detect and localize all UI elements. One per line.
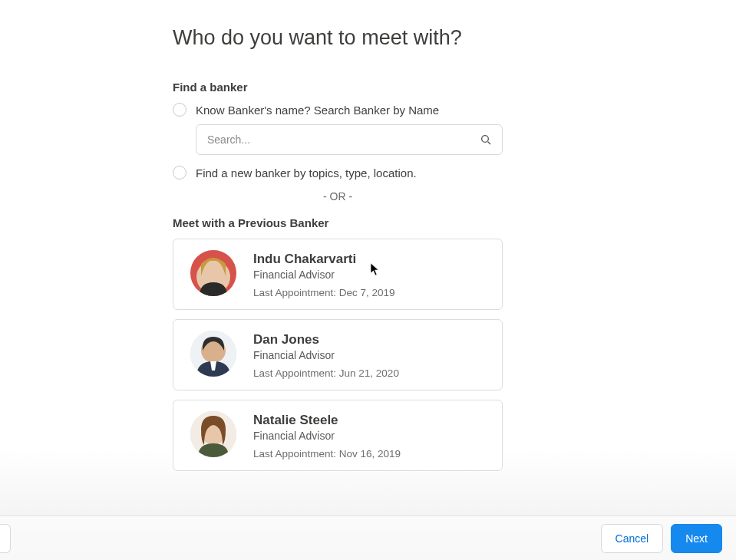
banker-title: Financial Advisor — [253, 430, 401, 442]
avatar — [190, 331, 236, 377]
banker-last-appointment: Last Appointment: Dec 7, 2019 — [253, 287, 395, 298]
avatar — [190, 250, 236, 296]
banker-last-appointment: Last Appointment: Jun 21, 2020 — [253, 367, 399, 379]
banker-title: Financial Advisor — [253, 268, 395, 281]
left-button-stub[interactable] — [0, 524, 11, 553]
banker-card[interactable]: Dan Jones Financial Advisor Last Appoint… — [173, 319, 503, 390]
radio-icon — [173, 166, 186, 180]
previous-banker-label: Meet with a Previous Banker — [173, 216, 736, 229]
radio-icon — [173, 103, 186, 117]
radio-search-by-name[interactable]: Know Banker's name? Search Banker by Nam… — [173, 103, 736, 117]
banker-name: Natalie Steele — [253, 413, 401, 428]
radio-find-new-banker-label: Find a new banker by topics, type, locat… — [196, 166, 417, 180]
search-input[interactable] — [196, 124, 503, 155]
avatar — [190, 411, 236, 457]
footer-bar: Cancel Next — [0, 516, 736, 560]
previous-banker-list: Indu Chakarvarti Financial Advisor Last … — [173, 239, 503, 471]
or-separator: - OR - — [173, 190, 503, 203]
banker-name: Indu Chakarvarti — [253, 252, 395, 267]
banker-last-appointment: Last Appointment: Nov 16, 2019 — [253, 448, 401, 460]
cancel-button[interactable]: Cancel — [601, 524, 664, 553]
radio-search-by-name-label: Know Banker's name? Search Banker by Nam… — [196, 104, 439, 117]
radio-find-new-banker[interactable]: Find a new banker by topics, type, locat… — [173, 166, 736, 180]
banker-card[interactable]: Natalie Steele Financial Advisor Last Ap… — [173, 400, 503, 471]
next-button[interactable]: Next — [671, 524, 722, 553]
page-title: Who do you want to meet with? — [173, 26, 736, 50]
banker-title: Financial Advisor — [253, 349, 399, 361]
find-banker-label: Find a banker — [173, 81, 736, 94]
banker-card[interactable]: Indu Chakarvarti Financial Advisor Last … — [173, 239, 503, 310]
banker-name: Dan Jones — [253, 332, 399, 348]
